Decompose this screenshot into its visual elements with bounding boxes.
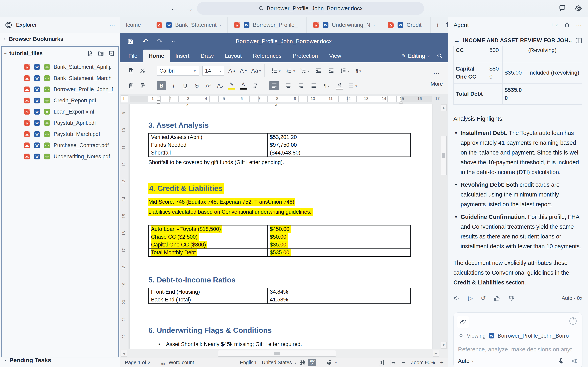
- new-tab-button[interactable]: +: [436, 21, 440, 29]
- ribbon-more-button[interactable]: ⋯ More: [426, 62, 448, 94]
- chat-sparkle-icon[interactable]: [559, 4, 567, 12]
- agent-input-placeholder[interactable]: Reference, analyze, make decisions on an…: [458, 346, 581, 353]
- underline-button[interactable]: U: [181, 81, 189, 90]
- font-size-dropdown[interactable]: 14∨: [202, 66, 224, 75]
- highlight-color-dropdown[interactable]: ✎: [228, 81, 236, 90]
- align-center-button[interactable]: [284, 81, 292, 90]
- mic-icon[interactable]: [558, 358, 565, 364]
- new-file-icon[interactable]: [87, 50, 93, 57]
- line-spacing-dropdown[interactable]: ∨: [340, 66, 349, 75]
- align-left-button[interactable]: [269, 81, 279, 90]
- zoom-in-button[interactable]: +: [440, 359, 443, 366]
- bullet-list-dropdown[interactable]: ∨: [271, 66, 281, 75]
- word-count-button[interactable]: 123 Word count: [155, 358, 199, 367]
- agent-new-chat-button[interactable]: +∨: [550, 22, 558, 28]
- indent-marker[interactable]: [156, 96, 160, 104]
- superscript-button[interactable]: A²: [205, 81, 213, 90]
- regenerate-icon[interactable]: ↺: [481, 295, 486, 302]
- file-list-item[interactable]: W <> Credit_Report.pdf ·: [2, 95, 118, 106]
- document-tab[interactable]: W Borrower_Profile_: [228, 17, 307, 33]
- file-list-item[interactable]: W <> Paystub_March.pdf ·: [2, 129, 118, 140]
- file-list-item[interactable]: W <> Bank_Statement_April.pdf ·: [2, 61, 118, 73]
- increase-indent-button[interactable]: [327, 66, 335, 75]
- page-indicator[interactable]: Page 1 of 2: [120, 358, 155, 367]
- menu-tab[interactable]: File: [123, 50, 143, 62]
- tab-stop-selector[interactable]: L: [121, 96, 128, 102]
- shrink-font-button[interactable]: A▼: [240, 66, 247, 75]
- file-list-item[interactable]: W <> Borrower_Profile_John_Borrowe: [2, 84, 118, 95]
- collapse-all-icon[interactable]: [108, 50, 115, 57]
- menu-tab[interactable]: Layout: [219, 50, 247, 62]
- fit-page-icon[interactable]: [378, 359, 385, 366]
- file-list-item[interactable]: W <> Loan_Export.xml: [2, 106, 118, 117]
- attach-button[interactable]: [457, 316, 469, 328]
- paste-icon[interactable]: [127, 81, 135, 90]
- folder-header-tutorial-files[interactable]: › tutorial_files: [2, 47, 118, 60]
- change-case-dropdown[interactable]: Aa∨: [251, 66, 261, 75]
- zoom-level[interactable]: Zoom 90%: [411, 360, 435, 365]
- file-list-item[interactable]: W <> Purchase_Contract.pdf ·: [2, 140, 118, 151]
- find-icon[interactable]: [437, 53, 443, 59]
- send-icon[interactable]: [571, 357, 578, 365]
- horizontal-ruler[interactable]: L 1234567891011121314151617: [120, 94, 448, 104]
- agent-back-button[interactable]: ←: [453, 37, 460, 44]
- sidebar-item-pending-tasks[interactable]: › Pending Tasks: [0, 355, 120, 365]
- model-mode-dropdown[interactable]: Auto∨: [458, 358, 474, 364]
- document-tab[interactable]: W lcome: [120, 17, 150, 33]
- paragraph-mark-dropdown[interactable]: ¶∨: [323, 81, 331, 90]
- file-list-item[interactable]: W <> Bank_Statement_March.pdf ·: [2, 73, 118, 84]
- fit-width-icon[interactable]: [390, 359, 397, 366]
- editing-mode-dropdown[interactable]: ✎ Editing ∨: [401, 53, 430, 59]
- vertical-ruler[interactable]: 91011121314151617181920212223: [120, 104, 128, 349]
- clear-formatting-button[interactable]: [251, 81, 259, 90]
- scroll-up-arrow[interactable]: ▲: [441, 104, 447, 111]
- address-search-pill[interactable]: Borrower_Profile_John_Borrower.docx: [197, 2, 424, 15]
- agent-more-icon[interactable]: ⋯: [576, 22, 582, 29]
- new-folder-icon[interactable]: [98, 50, 104, 57]
- document-tab[interactable]: W Credit: [381, 17, 431, 33]
- right-margin-marker[interactable]: [399, 99, 403, 103]
- proofing-dropdown[interactable]: ∨: [321, 358, 342, 367]
- forward-arrow-icon[interactable]: →: [186, 4, 193, 13]
- document-tab[interactable]: W Bank_Statement ·: [150, 17, 228, 33]
- menu-tab[interactable]: Insert: [170, 50, 195, 62]
- decrease-indent-button[interactable]: [314, 66, 322, 75]
- vertical-scroll-thumb[interactable]: [441, 136, 447, 175]
- multilevel-list-dropdown[interactable]: 1∨: [300, 66, 310, 75]
- horizontal-scrollbar[interactable]: ◀ ▶: [120, 349, 448, 358]
- menu-tab[interactable]: References: [247, 50, 287, 62]
- open-panel-icon[interactable]: [575, 37, 582, 44]
- format-painter-icon[interactable]: [139, 81, 147, 90]
- italic-button[interactable]: I: [170, 81, 178, 90]
- play-icon[interactable]: ▷: [468, 295, 473, 302]
- menu-tab[interactable]: Home: [143, 50, 170, 62]
- spellcheck-icon[interactable]: ABC✓: [308, 359, 316, 366]
- numbered-list-dropdown[interactable]: 123∨: [286, 66, 295, 75]
- sidebar-item-browser-bookmarks[interactable]: › Browser Bookmarks: [0, 33, 120, 45]
- horizontal-scroll-thumb[interactable]: [218, 350, 336, 357]
- menu-tab[interactable]: Draw: [195, 50, 219, 62]
- gear-icon[interactable]: [575, 4, 583, 12]
- read-aloud-icon[interactable]: [453, 295, 460, 302]
- cut-icon[interactable]: [139, 66, 147, 75]
- font-family-dropdown[interactable]: Calibri∨: [157, 66, 199, 75]
- paragraph-settings-dropdown[interactable]: ¶∨: [354, 66, 362, 75]
- split-view-icon[interactable]: ⇅: [446, 21, 448, 29]
- zoom-out-button[interactable]: −: [402, 359, 406, 366]
- grow-font-button[interactable]: A▲: [228, 66, 236, 75]
- language-selector[interactable]: English – United States ∨ ABC✓: [235, 358, 321, 367]
- globe-icon[interactable]: [299, 359, 306, 366]
- borders-dropdown[interactable]: ∨: [348, 81, 358, 90]
- file-list-item[interactable]: W <> Underwriting_Notes.pdf ·: [2, 151, 118, 162]
- document-tab[interactable]: W Underwriting_N ·: [307, 17, 381, 33]
- strikethrough-button[interactable]: S: [193, 81, 201, 90]
- back-arrow-icon[interactable]: ←: [170, 4, 178, 13]
- justify-button[interactable]: [310, 81, 318, 90]
- menu-tab[interactable]: Protection: [287, 50, 324, 62]
- vertical-scrollbar[interactable]: ▲ ▼: [440, 104, 447, 349]
- subscript-button[interactable]: A₂: [216, 81, 224, 90]
- shading-dropdown[interactable]: [335, 81, 343, 90]
- scroll-left-arrow[interactable]: ◀: [121, 350, 127, 357]
- menu-tab[interactable]: View: [324, 50, 347, 62]
- viewing-context-chip[interactable]: Viewing W Borrower_Profile_John_Borro: [458, 333, 580, 339]
